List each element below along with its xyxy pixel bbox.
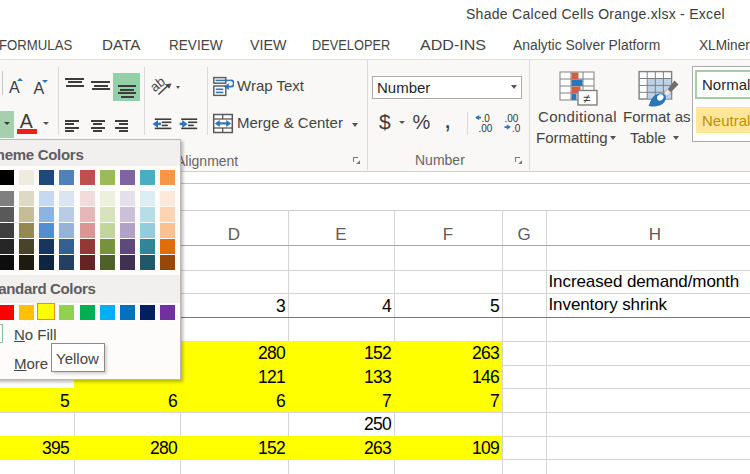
svg-text:.00: .00	[479, 123, 493, 134]
svg-text:≠: ≠	[583, 91, 590, 106]
svg-text:.0: .0	[512, 123, 521, 134]
